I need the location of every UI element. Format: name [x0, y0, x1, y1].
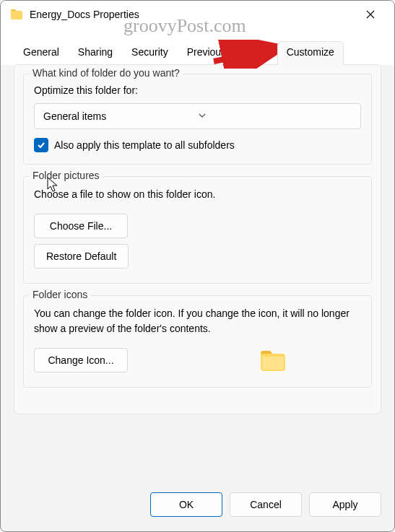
folder-pictures-legend: Folder pictures	[30, 170, 103, 181]
cancel-button[interactable]: Cancel	[230, 492, 302, 517]
choose-file-button[interactable]: Choose File...	[34, 214, 128, 238]
folder-icons-group: Folder icons You can change the folder i…	[23, 295, 372, 388]
chevron-down-icon	[198, 110, 352, 122]
dialog-actions: OK Cancel Apply	[150, 489, 381, 520]
tab-security[interactable]: Security	[122, 41, 178, 65]
subfolders-label: Also apply this template to all subfolde…	[54, 139, 235, 151]
titlebar: Energy_Docs Properties	[1, 1, 394, 28]
ok-button[interactable]: OK	[150, 492, 222, 517]
folder-preview-icon	[261, 351, 285, 371]
tab-bar: General Sharing Security Previous Versio…	[1, 28, 394, 65]
change-icon-button[interactable]: Change Icon...	[34, 348, 128, 372]
tab-customize[interactable]: Customize	[277, 41, 344, 65]
folder-kind-group: What kind of folder do you want? Optimiz…	[23, 74, 372, 165]
apply-button[interactable]: Apply	[309, 492, 381, 517]
tab-content: What kind of folder do you want? Optimiz…	[14, 64, 381, 414]
tab-previous-versions[interactable]: Previous Versions	[178, 41, 277, 65]
folder-icon	[11, 9, 22, 19]
tab-sharing[interactable]: Sharing	[69, 41, 122, 65]
folder-icons-desc: You can change the folder icon. If you c…	[34, 306, 361, 336]
subfolders-checkbox[interactable]	[34, 138, 48, 152]
folder-kind-legend: What kind of folder do you want?	[30, 67, 183, 79]
window-title: Energy_Docs Properties	[30, 9, 357, 20]
optimize-dropdown[interactable]: General items	[34, 103, 361, 129]
optimize-label: Optimize this folder for:	[34, 84, 361, 96]
optimize-value: General items	[43, 110, 198, 122]
restore-default-button[interactable]: Restore Default	[34, 244, 129, 269]
folder-icons-legend: Folder icons	[30, 289, 90, 300]
folder-pictures-group: Folder pictures Choose a file to show on…	[23, 176, 372, 284]
close-button[interactable]	[357, 1, 384, 28]
folder-pictures-desc: Choose a file to show on this folder ico…	[34, 187, 361, 202]
tab-general[interactable]: General	[14, 41, 69, 65]
subfolders-row: Also apply this template to all subfolde…	[34, 138, 361, 152]
